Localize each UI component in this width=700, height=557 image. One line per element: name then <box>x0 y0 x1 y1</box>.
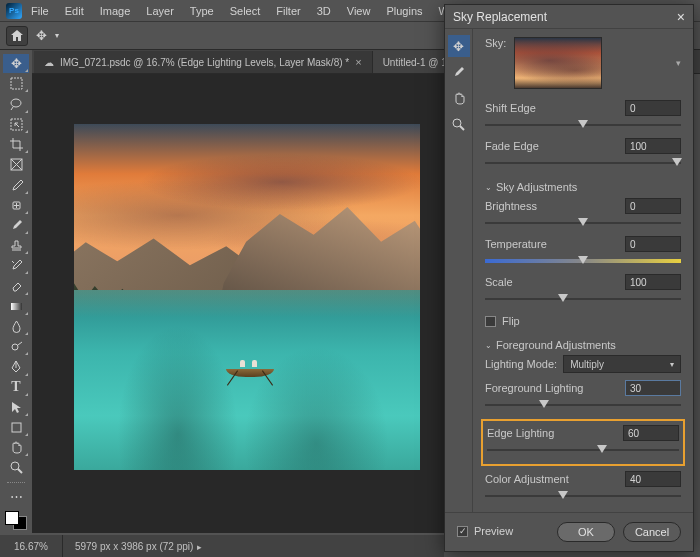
scale-label: Scale <box>485 276 513 288</box>
dialog-button-row: ✓Preview OK Cancel <box>445 512 693 551</box>
dialog-tool-strip: ✥ <box>445 29 473 512</box>
flip-checkbox[interactable]: Flip <box>485 315 681 327</box>
svg-line-10 <box>18 342 22 345</box>
dialog-title: Sky Replacement <box>453 10 547 24</box>
svg-rect-8 <box>11 303 22 310</box>
lasso-tool[interactable] <box>3 94 29 113</box>
svg-line-13 <box>18 469 22 473</box>
menu-view[interactable]: View <box>340 3 378 19</box>
edge-lighting-slider[interactable] <box>487 444 679 456</box>
temperature-label: Temperature <box>485 238 547 250</box>
svg-point-12 <box>11 462 19 470</box>
shape-tool[interactable] <box>3 418 29 437</box>
app-logo: Ps <box>6 3 22 19</box>
menu-3d[interactable]: 3D <box>310 3 338 19</box>
sky-brush-tool[interactable] <box>448 61 470 83</box>
dodge-tool[interactable] <box>3 337 29 356</box>
canvas-area[interactable] <box>32 74 444 533</box>
home-button[interactable] <box>6 26 28 46</box>
color-swatches[interactable] <box>5 511 27 530</box>
edge-lighting-input[interactable]: 60 <box>623 425 679 441</box>
stamp-tool[interactable] <box>3 236 29 255</box>
lighting-mode-label: Lighting Mode: <box>485 358 557 370</box>
svg-line-15 <box>460 126 464 130</box>
brightness-slider[interactable] <box>485 217 681 229</box>
close-icon[interactable]: × <box>677 9 685 25</box>
menu-filter[interactable]: Filter <box>269 3 307 19</box>
sky-adjustments-section[interactable]: ⌄Sky Adjustments <box>485 181 681 193</box>
type-tool[interactable]: T <box>3 378 29 397</box>
zoom-level[interactable]: 16.67% <box>0 535 63 557</box>
marquee-tool[interactable] <box>3 74 29 93</box>
menu-type[interactable]: Type <box>183 3 221 19</box>
color-adjustment-input[interactable]: 40 <box>625 471 681 487</box>
menu-plugins[interactable]: Plugins <box>379 3 429 19</box>
menu-file[interactable]: File <box>24 3 56 19</box>
tools-panel: ✥ T ⋯ <box>0 50 32 530</box>
hand-tool[interactable] <box>3 438 29 457</box>
foreground-adjustments-section[interactable]: ⌄Foreground Adjustments <box>485 339 681 351</box>
document-tab-1[interactable]: ☁ IMG_0721.psdc @ 16.7% (Edge Lighting L… <box>34 51 373 73</box>
path-select-tool[interactable] <box>3 398 29 417</box>
move-tool[interactable]: ✥ <box>3 54 29 73</box>
eyedropper-tool[interactable] <box>3 175 29 194</box>
brush-tool[interactable] <box>3 216 29 235</box>
cancel-button[interactable]: Cancel <box>623 522 681 542</box>
status-bar: 16.67% 5979 px x 3986 px (72 ppi)▸ <box>0 535 444 557</box>
document-dimensions[interactable]: 5979 px x 3986 px (72 ppi)▸ <box>63 541 214 552</box>
dialog-titlebar[interactable]: Sky Replacement × <box>445 5 693 29</box>
color-adjustment-slider[interactable] <box>485 490 681 502</box>
blur-tool[interactable] <box>3 317 29 336</box>
fade-edge-label: Fade Edge <box>485 140 539 152</box>
zoom-tool-icon[interactable] <box>448 113 470 135</box>
shift-edge-input[interactable]: 0 <box>625 100 681 116</box>
temperature-slider[interactable] <box>485 255 681 267</box>
edit-toolbar[interactable]: ⋯ <box>3 487 29 506</box>
fade-edge-slider[interactable] <box>485 157 681 169</box>
menu-edit[interactable]: Edit <box>58 3 91 19</box>
pen-tool[interactable] <box>3 357 29 376</box>
object-select-tool[interactable] <box>3 115 29 134</box>
fade-edge-input[interactable]: 100 <box>625 138 681 154</box>
color-adjustment-label: Color Adjustment <box>485 473 569 485</box>
cloud-icon: ☁ <box>44 57 54 68</box>
tab-label: IMG_0721.psdc @ 16.7% (Edge Lighting Lev… <box>60 57 349 68</box>
menu-select[interactable]: Select <box>223 3 268 19</box>
temperature-input[interactable]: 0 <box>625 236 681 252</box>
svg-rect-11 <box>12 423 21 432</box>
document-canvas <box>74 124 420 470</box>
menu-image[interactable]: Image <box>93 3 138 19</box>
chevron-down-icon[interactable]: ▾ <box>55 31 59 40</box>
hand-tool-icon[interactable] <box>448 87 470 109</box>
move-tool-icon: ✥ <box>36 28 47 43</box>
close-icon[interactable]: × <box>355 56 361 68</box>
brightness-input[interactable]: 0 <box>625 198 681 214</box>
chevron-down-icon[interactable]: ▾ <box>676 58 681 68</box>
edge-lighting-label: Edge Lighting <box>487 427 554 439</box>
healing-tool[interactable] <box>3 196 29 215</box>
history-brush-tool[interactable] <box>3 256 29 275</box>
sky-preset-thumb[interactable] <box>514 37 602 89</box>
ok-button[interactable]: OK <box>557 522 615 542</box>
preview-checkbox[interactable]: ✓Preview <box>457 525 513 537</box>
brightness-label: Brightness <box>485 200 537 212</box>
frame-tool[interactable] <box>3 155 29 174</box>
crop-tool[interactable] <box>3 135 29 154</box>
sky-move-tool[interactable]: ✥ <box>448 35 470 57</box>
gradient-tool[interactable] <box>3 297 29 316</box>
shift-edge-slider[interactable] <box>485 119 681 131</box>
sky-replacement-dialog: Sky Replacement × ✥ Sky: ▾ Shift Edge0 F… <box>444 4 694 552</box>
menu-layer[interactable]: Layer <box>139 3 181 19</box>
scale-slider[interactable] <box>485 293 681 305</box>
eraser-tool[interactable] <box>3 276 29 295</box>
foreground-lighting-label: Foreground Lighting <box>485 382 583 394</box>
foreground-lighting-input[interactable]: 30 <box>625 380 681 396</box>
lighting-mode-dropdown[interactable]: Multiply▾ <box>563 355 681 373</box>
foreground-lighting-slider[interactable] <box>485 399 681 411</box>
shift-edge-label: Shift Edge <box>485 102 536 114</box>
scale-input[interactable]: 100 <box>625 274 681 290</box>
sky-label: Sky: <box>485 37 506 49</box>
zoom-tool[interactable] <box>3 458 29 477</box>
svg-point-14 <box>453 119 461 127</box>
svg-point-9 <box>12 344 18 350</box>
